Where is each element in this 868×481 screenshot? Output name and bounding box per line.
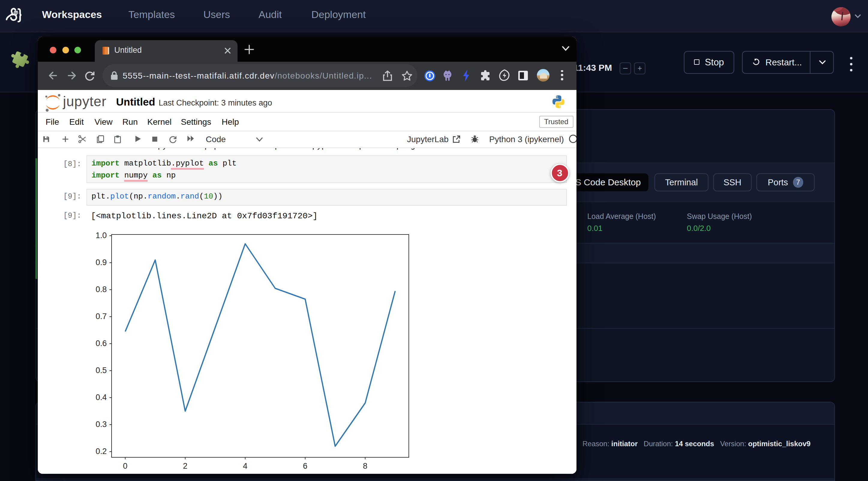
svg-text:0.3: 0.3 bbox=[96, 419, 107, 428]
svg-text:4: 4 bbox=[243, 461, 247, 470]
svg-text:1.0: 1.0 bbox=[96, 231, 107, 239]
svg-text:0: 0 bbox=[123, 461, 127, 470]
svg-text:6: 6 bbox=[303, 461, 307, 470]
svg-text:0.7: 0.7 bbox=[96, 312, 107, 321]
svg-text:0.6: 0.6 bbox=[96, 339, 107, 348]
svg-text:0.8: 0.8 bbox=[96, 285, 107, 294]
svg-text:0.4: 0.4 bbox=[96, 392, 107, 402]
svg-text:0.9: 0.9 bbox=[96, 258, 107, 266]
svg-text:2: 2 bbox=[183, 461, 187, 470]
svg-text:0.2: 0.2 bbox=[96, 447, 107, 455]
svg-text:0.5: 0.5 bbox=[96, 365, 107, 375]
svg-text:8: 8 bbox=[363, 461, 367, 470]
